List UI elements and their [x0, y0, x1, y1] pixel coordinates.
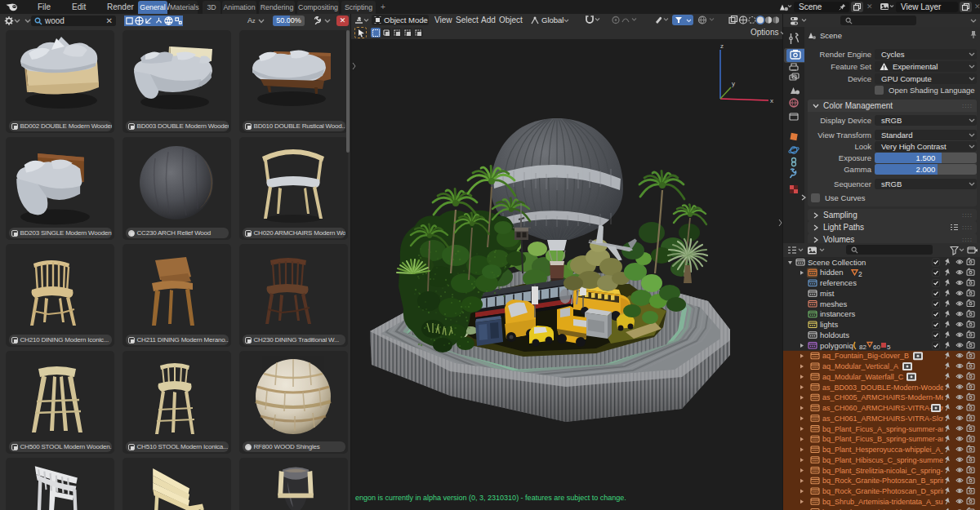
svg-text:aq_Fountain_Big-clover_B: aq_Fountain_Big-clover_B [822, 352, 909, 360]
svg-text:x: x [770, 97, 773, 104]
svg-text:z: z [720, 42, 724, 50]
svg-text:meshes: meshes [820, 299, 848, 308]
svg-text:y: y [732, 80, 735, 87]
svg-text:Scene Collection: Scene Collection [808, 258, 866, 267]
svg-text:82: 82 [859, 344, 866, 351]
svg-text:bq_Plant_Ficus_B_spring-summer: bq_Plant_Ficus_B_spring-summer-autumn [822, 435, 962, 443]
svg-text:5: 5 [887, 344, 891, 351]
svg-text:bq_Plant_Ficus_A_spring-summer: bq_Plant_Ficus_A_spring-summer-autumn [822, 425, 962, 433]
svg-text:as_CH060_ARMCHAIRS-VITRA-Slow: as_CH060_ARMCHAIRS-VITRA-Slow [822, 404, 948, 412]
svg-text:60: 60 [873, 344, 880, 351]
svg-text:instancers: instancers [820, 309, 856, 318]
svg-text:2: 2 [858, 270, 862, 278]
svg-text:mist: mist [820, 289, 835, 298]
svg-text:bq_Plant_Hibiscus_C_spring-sum: bq_Plant_Hibiscus_C_spring-summer-autu [822, 456, 963, 464]
svg-text:aq_Modular_Vertical_A: aq_Modular_Vertical_A [822, 362, 898, 370]
svg-text:holdouts: holdouts [820, 330, 849, 339]
svg-text:bq_Plant_Strelitzia-nicolai_C_: bq_Plant_Strelitzia-nicolai_C_spring-sum… [822, 467, 963, 475]
svg-text:bq_Shrub_Artemisia-tridentata_: bq_Shrub_Artemisia-tridentata_A_summer [822, 498, 962, 506]
svg-text:lights: lights [820, 320, 838, 329]
svg-text:references: references [820, 278, 857, 287]
svg-text:aq_Modular_Waterfall_C: aq_Modular_Waterfall_C [822, 373, 904, 381]
svg-text:polygoniq: polygoniq [820, 341, 853, 350]
svg-text:bq_Plant_Hesperoyucca-whipplei: bq_Plant_Hesperoyucca-whipplei_A_spring [822, 446, 964, 454]
svg-text:hidden: hidden [820, 268, 844, 277]
